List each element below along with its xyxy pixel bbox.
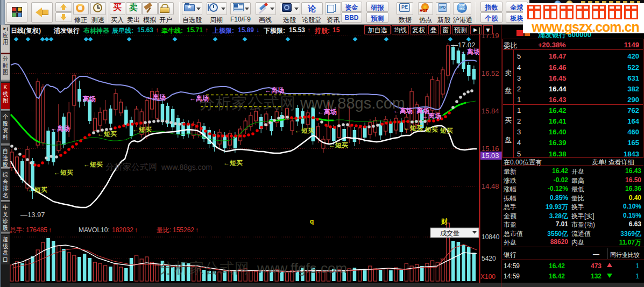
svg-text:←离场: ←离场 — [422, 112, 441, 120]
svg-text:www.88gs.com: www.88gs.com — [161, 163, 212, 171]
svg-text:←短买: ←短买 — [329, 141, 348, 149]
svg-text:总手:: 总手: — [10, 226, 24, 234]
svg-text:←短买: ←短买 — [132, 126, 152, 133]
svg-text:←离场: ←离场 — [76, 95, 96, 103]
svg-text:←短买: ←短买 — [434, 127, 453, 134]
svg-text:←短买: ←短买 — [223, 159, 243, 167]
svg-text:MAVOL10:: MAVOL10: — [79, 226, 110, 234]
svg-text:←离场: ←离场 — [51, 125, 70, 132]
svg-text:←短买: ←短买 — [83, 161, 103, 168]
svg-text:X100: X100 — [480, 273, 496, 281]
svg-text:—13.97: —13.97 — [20, 211, 45, 219]
svg-text:←短买: ←短买 — [97, 130, 117, 138]
svg-text:www.88gs.com: www.88gs.com — [300, 95, 405, 112]
svg-text:↑: ↑ — [48, 226, 52, 234]
svg-text:←短买: ←短买 — [295, 127, 314, 134]
svg-text:—17.02: —17.02 — [451, 41, 476, 49]
svg-text:↑: ↑ — [135, 226, 138, 234]
svg-text:分析家公式网: 分析家公式网 — [159, 260, 250, 276]
svg-text:15.03: 15.03 — [482, 152, 499, 160]
svg-text:←离场: ←离场 — [189, 95, 209, 102]
svg-text:10840: 10840 — [482, 233, 500, 241]
svg-text:15.84: 15.84 — [482, 107, 499, 115]
svg-text:←离场: ←离场 — [461, 48, 480, 55]
svg-text:www.ffgfs.com: www.ffgfs.com — [257, 260, 347, 276]
svg-text:←短买: ←短买 — [28, 186, 47, 193]
svg-text:财: 财 — [441, 218, 448, 225]
svg-text:←离场: ←离场 — [146, 94, 166, 101]
svg-text:分析家公式网: 分析家公式网 — [199, 95, 296, 112]
svg-text:分析家公式网: 分析家公式网 — [105, 162, 157, 171]
svg-text:←离场: ←离场 — [265, 87, 284, 94]
svg-text:q: q — [310, 218, 314, 225]
svg-text:←离场: ←离场 — [317, 108, 337, 116]
svg-text:16.52: 16.52 — [482, 69, 499, 77]
svg-text:14.48: 14.48 — [482, 182, 499, 190]
svg-text:155262: 155262 — [173, 226, 194, 234]
svg-text:176485: 176485 — [26, 226, 47, 234]
svg-text:182032: 182032 — [112, 226, 133, 234]
svg-text:←短买: ←短买 — [54, 169, 73, 176]
svg-text:成交量: 成交量 — [440, 229, 459, 237]
svg-text:量比:: 量比: — [157, 226, 171, 234]
svg-text:↑: ↑ — [195, 226, 199, 234]
svg-text:5420: 5420 — [482, 255, 496, 262]
